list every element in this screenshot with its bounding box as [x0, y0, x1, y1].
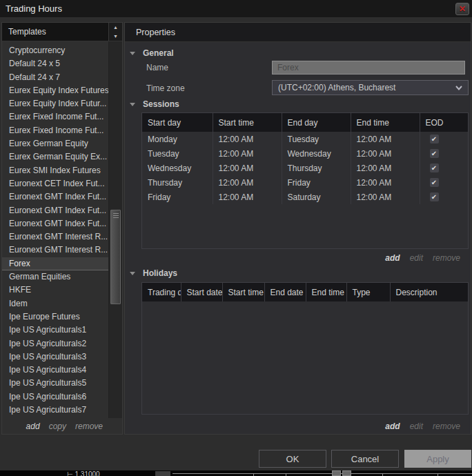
general-section-title: General — [143, 48, 174, 58]
template-item[interactable]: Euronext GMT Interest R... — [2, 244, 108, 257]
scroll-up-button[interactable]: ▲ — [109, 23, 122, 32]
template-item[interactable]: Euronext GMT Index Fut... — [2, 217, 108, 230]
templates-panel: Templates ▲ ▼ CryptocurrencyDefault 24 x… — [1, 22, 123, 435]
cancel-button[interactable]: Cancel — [331, 450, 399, 468]
eod-checkbox[interactable]: ✔ — [430, 149, 439, 158]
column-header: Start day — [142, 113, 213, 132]
templates-header-label: Templates — [8, 27, 46, 37]
session-cell: Thursday — [282, 161, 351, 175]
close-button[interactable]: ✕ — [455, 3, 469, 15]
eod-checkbox[interactable]: ✔ — [430, 178, 439, 187]
title-bar[interactable]: Trading Hours — [0, 0, 472, 18]
session-add-link[interactable]: add — [385, 253, 400, 263]
time-axis-line — [173, 473, 472, 474]
eod-checkbox[interactable]: ✔ — [430, 135, 439, 143]
holiday-remove-link[interactable]: remove — [433, 422, 460, 431]
column-header: Start time — [222, 283, 264, 301]
timezone-value: (UTC+02:00) Athens, Bucharest — [278, 83, 455, 92]
template-item[interactable]: Eurex Fixed Income Fut... — [2, 124, 108, 137]
template-item[interactable]: Eurex Equity Index Futures — [2, 84, 108, 97]
holidays-table: Trading dayStart dateStart timeEnd dateE… — [141, 282, 469, 415]
template-item[interactable]: Default 24 x 5 — [2, 57, 108, 70]
template-item[interactable]: Ipe US Agriculturals3 — [2, 350, 108, 364]
template-item[interactable]: Eurex Fixed Income Fut... — [2, 110, 108, 123]
template-item[interactable]: Ipe Europe Futures — [2, 310, 108, 324]
general-section-header[interactable]: General — [130, 48, 174, 58]
templates-header: Templates — [2, 23, 108, 41]
session-row[interactable]: Thursday12:00 AMFriday12:00 AM✔ — [142, 175, 468, 190]
template-item[interactable]: Ipe US Agriculturals5 — [2, 377, 108, 390]
column-header: End time — [351, 113, 420, 132]
ok-button[interactable]: OK — [259, 450, 326, 468]
template-item[interactable]: Eurex Equity Index Futur... — [2, 97, 108, 110]
name-input[interactable] — [272, 61, 465, 75]
template-item[interactable]: Eurex German Equity Ex... — [2, 150, 108, 163]
template-item[interactable]: Idem — [2, 297, 108, 310]
arrow-up-icon: ▲ — [113, 25, 118, 30]
eod-checkbox[interactable]: ✔ — [430, 163, 439, 172]
scroll-handle-icon — [332, 470, 341, 476]
column-header: End date — [264, 283, 306, 301]
scroll-down-button[interactable]: ▼ — [109, 32, 122, 41]
session-row[interactable]: Wednesday12:00 AMThursday12:00 AM✔ — [142, 161, 468, 175]
properties-header-label: Properties — [136, 28, 175, 37]
template-item[interactable]: Euronext GMT Index Fut... — [2, 204, 108, 217]
timezone-dropdown[interactable]: (UTC+02:00) Athens, Bucharest — [272, 80, 469, 95]
template-item[interactable]: Ipe US Agriculturals6 — [2, 390, 108, 404]
template-item[interactable]: Euronext CET Index Fut... — [2, 177, 108, 190]
sessions-section-header[interactable]: Sessions — [130, 99, 179, 109]
template-item[interactable]: Ipe US Agriculturals7 — [2, 404, 108, 417]
templates-scrollbar[interactable] — [108, 41, 122, 418]
holiday-edit-link[interactable]: edit — [410, 422, 423, 431]
session-cell: 12:00 AM — [351, 132, 420, 146]
template-item[interactable]: Ipe US Agriculturals4 — [2, 364, 108, 377]
eod-cell: ✔ — [420, 190, 468, 204]
axis-tick-icon — [437, 473, 438, 476]
session-cell: Tuesday — [282, 132, 351, 146]
column-header: Description — [390, 283, 468, 301]
template-item[interactable]: German Equities — [2, 270, 108, 284]
holidays-section-header[interactable]: Holidays — [130, 268, 177, 278]
session-row[interactable]: Friday12:00 AMSaturday12:00 AM✔ — [142, 190, 468, 204]
sessions-table: Start dayStart timeEnd dayEnd timeEOD Mo… — [141, 112, 469, 249]
session-cell: Friday — [142, 190, 213, 204]
column-header: Start date — [181, 283, 222, 301]
session-cell: Saturday — [282, 190, 351, 204]
session-row[interactable]: Tuesday12:00 AMWednesday12:00 AM✔ — [142, 146, 468, 161]
scrollbar-fragment — [155, 471, 170, 476]
scrollbar-thumb[interactable] — [110, 210, 121, 304]
session-row[interactable]: Monday12:00 AMTuesday12:00 AM✔ — [142, 132, 468, 146]
template-copy-link[interactable]: copy — [49, 422, 66, 431]
template-item[interactable]: Eurex SMI Index Futures — [2, 164, 108, 177]
session-edit-link[interactable]: edit — [410, 253, 423, 263]
axis-tick-icon — [382, 473, 383, 476]
apply-button[interactable]: Apply — [404, 450, 471, 468]
template-item[interactable]: Cryptocurrency — [2, 44, 108, 57]
template-item[interactable]: Eurex German Equity — [2, 137, 108, 150]
template-item[interactable]: Default 24 x 7 — [2, 71, 108, 84]
template-add-link[interactable]: add — [26, 422, 40, 431]
template-item[interactable]: HKFE — [2, 284, 108, 297]
sessions-section-title: Sessions — [143, 99, 179, 109]
price-axis-label: ⊢ 1.31000 — [67, 470, 100, 476]
eod-cell: ✔ — [420, 132, 468, 146]
background-window-fragment: ⊢ 1.31000 — [0, 470, 472, 476]
timezone-label: Time zone — [146, 83, 185, 93]
eod-checkbox[interactable]: ✔ — [430, 192, 439, 201]
template-item[interactable]: Ipe US Agriculturals1 — [2, 324, 108, 337]
screen: Trading Hours ✕ Templates ▲ ▼ Cryptocurr… — [0, 0, 472, 476]
session-remove-link[interactable]: remove — [433, 253, 460, 263]
templates-actions: add copy remove — [2, 422, 108, 431]
session-cell: 12:00 AM — [351, 190, 420, 204]
collapse-arrow-icon — [130, 272, 135, 275]
session-cell: Friday — [282, 175, 351, 190]
template-item[interactable]: Euronext GMT Interest R... — [2, 230, 108, 244]
template-item[interactable]: Ipe US Agriculturals2 — [2, 337, 108, 350]
template-remove-link[interactable]: remove — [75, 422, 103, 431]
template-item-selected[interactable]: Forex — [2, 257, 108, 270]
template-item[interactable]: Euronext GMT Index Fut... — [2, 190, 108, 204]
session-cell: 12:00 AM — [213, 161, 282, 175]
properties-panel: Properties General Name Time zone (UTC+0… — [124, 22, 471, 435]
holiday-add-link[interactable]: add — [385, 422, 400, 431]
session-cell: 12:00 AM — [351, 175, 420, 190]
